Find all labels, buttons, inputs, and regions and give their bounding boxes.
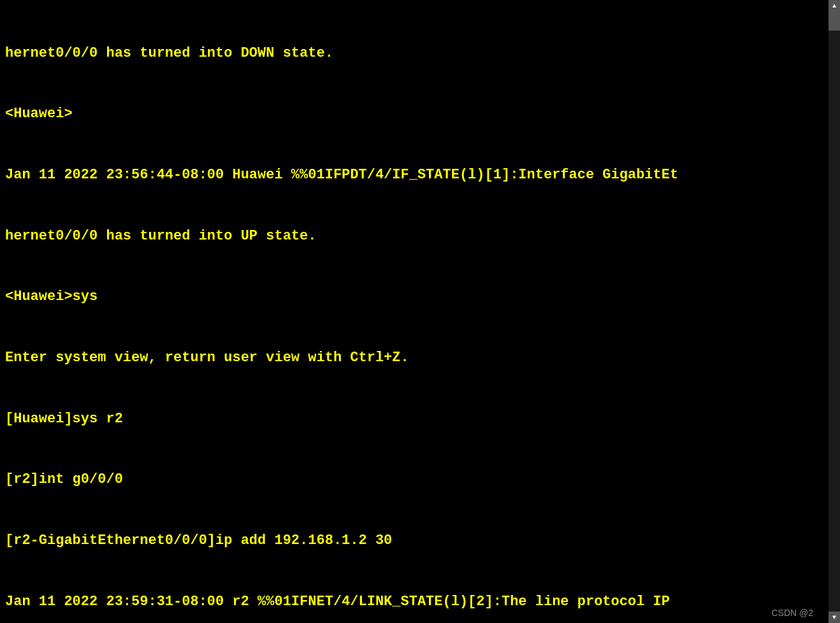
line-2: <Huawei> <box>5 104 823 124</box>
line-4: hernet0/0/0 has turned into UP state. <box>5 226 823 247</box>
line-1: hernet0/0/0 has turned into DOWN state. <box>5 43 823 64</box>
line-5: <Huawei>sys <box>5 287 823 307</box>
scrollbar[interactable]: ▲ ▼ <box>829 0 840 623</box>
line-8: [r2]int g0/0/0 <box>5 469 823 490</box>
scrollbar-down-arrow[interactable]: ▼ <box>829 612 840 623</box>
line-10: Jan 11 2022 23:59:31-08:00 r2 %%01IFNET/… <box>5 592 823 612</box>
scrollbar-up-arrow[interactable]: ▲ <box>829 0 840 11</box>
line-3: Jan 11 2022 23:56:44-08:00 Huawei %%01IF… <box>5 165 823 185</box>
scrollbar-track[interactable] <box>829 11 840 612</box>
terminal-lines: hernet0/0/0 has turned into DOWN state. … <box>5 3 823 623</box>
terminal-output[interactable]: hernet0/0/0 has turned into DOWN state. … <box>0 0 829 623</box>
terminal-window: hernet0/0/0 has turned into DOWN state. … <box>0 0 840 623</box>
line-6: Enter system view, return user view with… <box>5 348 823 368</box>
line-9: [r2-GigabitEthernet0/0/0]ip add 192.168.… <box>5 531 823 551</box>
line-7: [Huawei]sys r2 <box>5 409 823 429</box>
watermark: CSDN @2 <box>771 608 813 618</box>
scrollbar-thumb[interactable] <box>829 11 840 31</box>
